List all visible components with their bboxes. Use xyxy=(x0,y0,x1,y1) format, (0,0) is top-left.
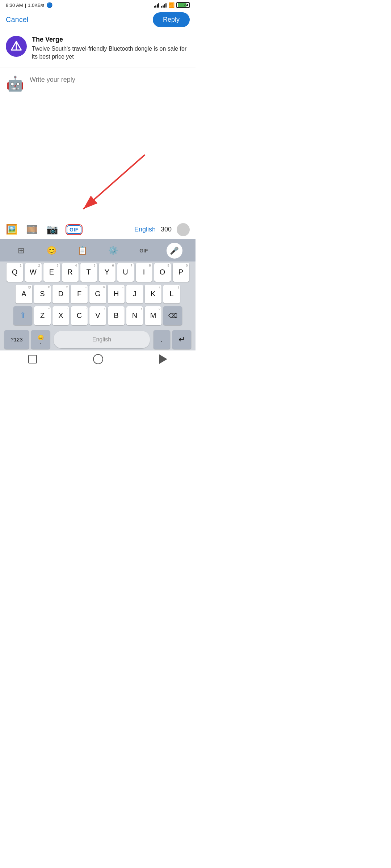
wifi-icon: 📶 xyxy=(168,2,175,8)
language-label: English xyxy=(134,226,156,233)
cancel-button[interactable]: Cancel xyxy=(6,16,28,24)
key-c[interactable]: 'C xyxy=(71,306,88,325)
video-icon[interactable]: 🎞️ xyxy=(26,224,38,235)
key-row-2: @A #S ₹D -F &G -H +J (K )L xyxy=(1,285,194,303)
key-period[interactable]: . xyxy=(154,330,170,349)
key-z[interactable]: *Z xyxy=(34,306,51,325)
key-o[interactable]: 9O xyxy=(154,263,171,282)
kb-gif-icon[interactable]: GIF xyxy=(136,248,152,254)
article-section: The Verge Twelve South's travel-friendly… xyxy=(0,31,196,68)
status-time-speed: 8:30 AM | 1.0KB/s 🔵 xyxy=(6,2,52,8)
network-icon: 🔵 xyxy=(46,2,52,8)
key-u[interactable]: 7U xyxy=(117,263,134,282)
key-d[interactable]: ₹D xyxy=(52,285,69,303)
key-w[interactable]: 2W xyxy=(25,263,42,282)
key-enter[interactable]: ↵ xyxy=(172,330,191,349)
signal-bars-1 xyxy=(154,3,159,8)
key-shift[interactable]: ⇧ xyxy=(13,306,32,325)
reply-button[interactable]: Reply xyxy=(153,12,190,27)
key-x[interactable]: "X xyxy=(52,306,69,325)
key-b[interactable]: ;B xyxy=(108,306,125,325)
sticker-icon[interactable]: 🖼️ xyxy=(6,224,17,235)
key-emoji[interactable]: 😊 , xyxy=(31,330,50,349)
key-h[interactable]: -H xyxy=(108,285,125,303)
navigation-bar xyxy=(0,350,196,369)
kb-settings-icon[interactable]: ⚙️ xyxy=(105,246,121,255)
key-q[interactable]: 1Q xyxy=(7,263,23,282)
key-nums[interactable]: ?123 xyxy=(4,330,29,349)
key-s[interactable]: #S xyxy=(34,285,51,303)
key-r[interactable]: 4R xyxy=(62,263,79,282)
keyboard-toolbar: ⊞ 😊 📋 ⚙️ GIF 🎤 xyxy=(0,239,196,261)
status-icons: 📶 77 xyxy=(154,2,190,8)
kb-clipboard-icon[interactable]: 📋 xyxy=(75,246,91,255)
nav-back-button[interactable] xyxy=(159,354,167,364)
time: 8:30 AM xyxy=(6,3,23,8)
key-n[interactable]: !N xyxy=(126,306,143,325)
key-space[interactable]: English xyxy=(54,331,150,348)
key-v[interactable]: :V xyxy=(89,306,106,325)
char-count: 300 xyxy=(161,226,172,233)
key-a[interactable]: @A xyxy=(16,285,32,303)
reply-area: 🤖 xyxy=(0,68,196,148)
gif-button[interactable]: GIF xyxy=(67,225,81,234)
key-m[interactable]: ?M xyxy=(145,306,161,325)
article-source: The Verge xyxy=(32,36,190,43)
key-i[interactable]: 8I xyxy=(136,263,152,282)
status-bar: 8:30 AM | 1.0KB/s 🔵 📶 77 xyxy=(0,0,196,9)
mic-icon: 🎤 xyxy=(170,246,179,255)
key-f[interactable]: -F xyxy=(71,285,88,303)
key-y[interactable]: 6Y xyxy=(99,263,115,282)
key-l[interactable]: )L xyxy=(163,285,180,303)
key-bottom-row: ?123 😊 , English . ↵ xyxy=(1,328,194,350)
reply-input[interactable] xyxy=(30,75,190,103)
key-p[interactable]: 0P xyxy=(173,263,189,282)
media-toolbar: 🖼️ 🎞️ 📷 GIF English 300 xyxy=(0,220,196,239)
key-k[interactable]: (K xyxy=(145,285,161,303)
article-title: Twelve South's travel-friendly Bluetooth… xyxy=(32,45,190,61)
key-t[interactable]: 5T xyxy=(80,263,97,282)
separator: | xyxy=(25,3,26,8)
kb-mic-button[interactable]: 🎤 xyxy=(167,243,182,259)
key-e[interactable]: 3E xyxy=(43,263,60,282)
key-j[interactable]: +J xyxy=(126,285,143,303)
nav-home-button[interactable] xyxy=(93,354,103,364)
keyboard: ⊞ 😊 📋 ⚙️ GIF 🎤 1Q 2W 3E 4R 5T 6Y 7U 8I 9… xyxy=(0,239,196,369)
camera-icon[interactable]: 📷 xyxy=(46,224,58,235)
article-content: The Verge Twelve South's travel-friendly… xyxy=(32,36,190,61)
annotation-arrow xyxy=(0,148,196,220)
battery-indicator: 77 xyxy=(176,2,190,8)
toggle-button[interactable] xyxy=(177,223,190,236)
key-g[interactable]: &G xyxy=(89,285,106,303)
toolbar-right: English 300 xyxy=(134,223,190,236)
nav-square-button[interactable] xyxy=(28,355,37,363)
svg-line-3 xyxy=(83,155,145,209)
key-row-3: ⇧ *Z "X 'C :V ;B !N ?M ⌫ xyxy=(1,306,194,325)
signal-bars-2 xyxy=(161,3,167,8)
kb-sticker-icon[interactable]: 😊 xyxy=(44,246,60,255)
key-row-1: 1Q 2W 3E 4R 5T 6Y 7U 8I 9O 0P xyxy=(1,263,194,282)
avatar xyxy=(6,36,27,57)
kb-grid-icon[interactable]: ⊞ xyxy=(13,246,29,255)
key-rows: 1Q 2W 3E 4R 5T 6Y 7U 8I 9O 0P @A #S ₹D -… xyxy=(0,261,196,350)
user-avatar: 🤖 xyxy=(6,75,25,93)
key-delete[interactable]: ⌫ xyxy=(163,306,182,325)
speed: 1.0KB/s xyxy=(28,3,45,8)
top-bar: Cancel Reply xyxy=(0,9,196,31)
